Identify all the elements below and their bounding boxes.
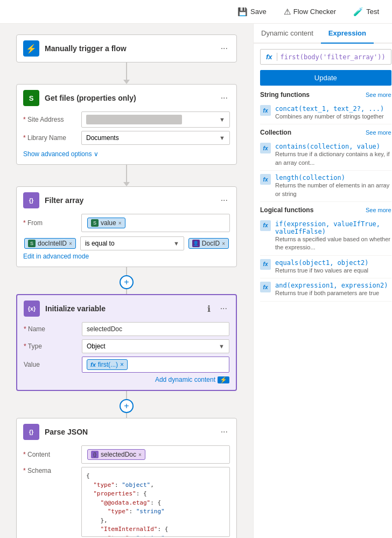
library-name-value: Documents <box>86 134 119 142</box>
user-icon-docID: 👤 <box>192 240 200 247</box>
fx-first-label: first(...) <box>98 361 118 368</box>
length-info: length(collection) Returns the number of… <box>275 174 391 198</box>
get-files-title: Get files (properties only) <box>45 94 213 102</box>
content-token-close[interactable]: × <box>138 452 142 458</box>
get-files-icon: S <box>23 90 39 106</box>
update-button[interactable]: Update <box>260 70 391 86</box>
plus-circle-btn[interactable]: + <box>120 275 134 289</box>
var-value-label: Value <box>24 361 78 368</box>
canvas: ⚡ Manually trigger a flow ··· S Get file… <box>0 24 253 538</box>
add-dynamic-content-btn[interactable]: Add dynamic content ⚡ <box>155 376 229 383</box>
var-type-arrow: ▼ <box>219 343 225 350</box>
get-files-advanced-link[interactable]: Show advanced options ∨ <box>23 150 99 158</box>
filter-from-close[interactable]: × <box>118 220 122 226</box>
collection-title: Collection <box>260 129 291 136</box>
equals-info: equals(object1, object2) Returns true if… <box>275 259 391 275</box>
filter-advanced-link[interactable]: Edit in advanced mode <box>23 253 89 260</box>
plus-circle-btn-2[interactable]: + <box>120 399 134 413</box>
plus-connector-1: + <box>120 267 134 294</box>
length-desc: Returns the number of elements in an arr… <box>275 181 391 198</box>
func-length[interactable]: fx length(collection) Returns the number… <box>260 171 391 202</box>
filter-left-close[interactable]: × <box>69 241 72 247</box>
sp-icon-value: S <box>91 219 99 227</box>
logical-functions-see-more[interactable]: See more <box>366 207 391 213</box>
flow-checker-button[interactable]: ⚠ Flow Checker <box>279 5 340 19</box>
var-name-row: Name <box>24 322 229 336</box>
func-if[interactable]: fx if(expression, valueIfTrue, valueIfFa… <box>260 217 391 256</box>
chevron-down-icon: ∨ <box>94 150 99 158</box>
func-and[interactable]: fx and(expression1, expression2) Returns… <box>260 278 391 301</box>
func-contains[interactable]: fx contains(collection, value) Returns t… <box>260 139 391 171</box>
concat-info: concat(text_1, text_2?, ...) Combines an… <box>275 105 391 121</box>
if-desc: Returns a specified value based on wheth… <box>275 235 391 252</box>
init-var-info-btn[interactable]: ℹ <box>205 302 213 316</box>
collection-header: Collection See more <box>260 129 391 136</box>
init-var-title: Initialize variable <box>45 304 200 313</box>
func-concat[interactable]: fx concat(text_1, text_2?, ...) Combines… <box>260 102 391 124</box>
if-name: if(expression, valueIfTrue, valueIfFalse… <box>275 220 391 235</box>
arrow-2 <box>123 165 130 186</box>
get-files-body: Site Address ████████████████████ ▼ Libr… <box>17 111 236 164</box>
fx-expression-box: fx first(body('filter_array')) <box>260 49 391 65</box>
add-dynamic-label: Add dynamic content <box>155 376 215 383</box>
schema-label-row: Schema { "type": "object", "properties":… <box>23 467 230 538</box>
concat-icon: fx <box>260 105 271 116</box>
fx-first-token: fx first(...) × <box>87 359 128 370</box>
parse-json-header: {} Parse JSON ··· <box>17 418 236 445</box>
string-functions-title: String functions <box>260 91 310 99</box>
length-icon: fx <box>260 174 271 185</box>
plus-connector-2: + <box>120 391 134 418</box>
fx-expression-text[interactable]: first(body('filter_array')) <box>281 53 386 61</box>
step-parse-json: {} Parse JSON ··· Content {} selectedDoc… <box>16 418 237 538</box>
arrow-head-2 <box>123 182 130 186</box>
step-trigger: ⚡ Manually trigger a flow ··· <box>16 34 237 62</box>
site-address-input[interactable]: ████████████████████ ▼ <box>81 111 230 128</box>
condition-op-select[interactable]: is equal to ▼ <box>80 236 184 250</box>
site-address-row: Site Address ████████████████████ ▼ <box>23 111 230 128</box>
tab-dynamic-content[interactable]: Dynamic content <box>254 24 321 43</box>
collection-see-more[interactable]: See more <box>366 129 391 136</box>
parse-json-menu-btn[interactable]: ··· <box>219 425 230 439</box>
plus-line-top <box>126 267 127 275</box>
contains-name: contains(collection, value) <box>275 143 391 150</box>
and-icon: fx <box>260 282 271 292</box>
func-equals[interactable]: fx equals(object1, object2) Returns true… <box>260 256 391 278</box>
var-type-row: Type Object ▼ <box>24 339 229 353</box>
fx-symbol: fx <box>266 53 277 61</box>
condition-op-arrow: ▼ <box>173 240 179 247</box>
tab-expression[interactable]: Expression <box>321 24 374 44</box>
var-type-label: Type <box>24 343 78 350</box>
filter-array-title: Filter array <box>45 196 213 205</box>
save-button[interactable]: 💾 Save <box>233 5 271 19</box>
filter-array-menu-btn[interactable]: ··· <box>219 193 230 207</box>
content-row: Content {} selectedDoc × <box>23 445 230 464</box>
var-type-select[interactable]: Object ▼ <box>82 339 229 353</box>
fx-first-close[interactable]: × <box>120 361 124 368</box>
plus-line-top-2 <box>126 391 127 399</box>
filter-condition-row: S docIntelID × is equal to ▼ 👤 DocID × <box>23 236 230 250</box>
init-var-menu-btn[interactable]: ··· <box>218 302 229 316</box>
get-files-menu-btn[interactable]: ··· <box>219 91 230 105</box>
panel-expression-section: fx first(body('filter_array')) Update St… <box>254 44 392 307</box>
condition-op-value: is equal to <box>85 240 115 247</box>
trigger-icon: ⚡ <box>23 40 39 57</box>
step-get-files-header: S Get files (properties only) ··· <box>17 85 236 111</box>
sp-icon-docIntelID: S <box>28 240 36 247</box>
concat-name: concat(text_1, text_2?, ...) <box>275 105 391 113</box>
step-filter-array: {} Filter array ··· From S value × <box>16 186 237 267</box>
content-label: Content <box>23 451 77 458</box>
library-name-input[interactable]: Documents ▼ <box>81 131 230 145</box>
arrow-head <box>123 80 130 84</box>
trigger-title: Manually trigger a flow <box>45 44 213 53</box>
filter-array-icon: {} <box>23 192 39 208</box>
concat-desc: Combines any number of strings together <box>275 113 391 121</box>
string-functions-see-more[interactable]: See more <box>366 92 391 98</box>
test-button[interactable]: 🧪 Test <box>349 5 383 19</box>
filter-from-row: From S value × <box>23 214 230 232</box>
equals-name: equals(object1, object2) <box>275 259 391 267</box>
filter-right-close[interactable]: × <box>222 241 225 247</box>
var-name-input[interactable] <box>82 322 229 336</box>
trigger-menu-btn[interactable]: ··· <box>219 41 230 55</box>
and-name: and(expression1, expression2) <box>275 282 391 289</box>
logical-functions-title: Logical functions <box>260 206 313 214</box>
